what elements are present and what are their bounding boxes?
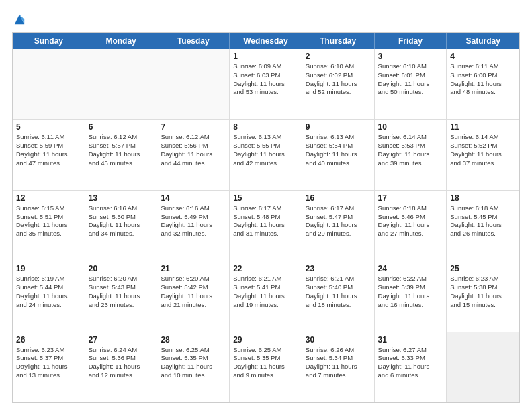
day-number: 3 xyxy=(378,52,443,61)
calendar-row: 19Sunrise: 6:19 AMSunset: 5:44 PMDayligh… xyxy=(13,261,519,332)
cell-info-line: Sunset: 5:49 PM xyxy=(161,213,226,222)
day-number: 17 xyxy=(378,193,443,203)
cell-info-line: and 10 minutes. xyxy=(161,371,226,380)
day-number: 30 xyxy=(306,335,371,345)
calendar-cell: 31Sunrise: 6:27 AMSunset: 5:33 PMDayligh… xyxy=(375,332,447,402)
calendar-cell: 24Sunrise: 6:22 AMSunset: 5:39 PMDayligh… xyxy=(375,261,447,331)
day-number: 28 xyxy=(161,335,226,345)
day-number: 18 xyxy=(450,193,516,203)
cell-info-line: Sunset: 5:40 PM xyxy=(306,283,371,292)
cell-info-line: Sunrise: 6:23 AM xyxy=(16,346,81,355)
day-number: 12 xyxy=(16,193,81,203)
cell-info-line: and 32 minutes. xyxy=(161,230,226,238)
calendar-cell: 26Sunrise: 6:23 AMSunset: 5:37 PMDayligh… xyxy=(13,332,85,402)
calendar-cell: 20Sunrise: 6:20 AMSunset: 5:43 PMDayligh… xyxy=(85,261,158,331)
cell-info-line: Sunset: 5:51 PM xyxy=(16,213,81,222)
cell-info-line: Sunrise: 6:25 AM xyxy=(161,346,226,355)
cell-info-line: Daylight: 11 hours xyxy=(161,150,226,159)
cell-info-line: Sunset: 6:02 PM xyxy=(306,71,371,80)
calendar-cell: 19Sunrise: 6:19 AMSunset: 5:44 PMDayligh… xyxy=(13,261,85,331)
calendar-cell: 11Sunrise: 6:14 AMSunset: 5:52 PMDayligh… xyxy=(447,120,519,189)
cell-info-line: Sunset: 5:45 PM xyxy=(450,213,516,222)
cell-info-line: Sunset: 5:41 PM xyxy=(233,283,298,292)
cell-info-line: Daylight: 11 hours xyxy=(378,150,443,159)
cell-info-line: and 50 minutes. xyxy=(378,88,443,97)
cell-info-line: and 53 minutes. xyxy=(233,88,298,97)
cell-info-line: Sunset: 5:50 PM xyxy=(89,213,154,222)
cell-info-line: and 35 minutes. xyxy=(16,230,81,238)
cell-info-line: and 47 minutes. xyxy=(16,159,81,168)
cell-info-line: Sunset: 5:54 PM xyxy=(306,142,371,150)
cell-info-line: Daylight: 11 hours xyxy=(233,150,298,159)
cell-info-line: Sunset: 6:01 PM xyxy=(378,71,443,80)
day-number: 10 xyxy=(378,122,443,132)
calendar-cell: 30Sunrise: 6:26 AMSunset: 5:34 PMDayligh… xyxy=(302,332,375,402)
cell-info-line: Sunrise: 6:10 AM xyxy=(306,62,371,71)
cell-info-line: Sunrise: 6:09 AM xyxy=(233,62,298,71)
cell-info-line: Daylight: 11 hours xyxy=(378,363,443,371)
calendar-cell: 22Sunrise: 6:21 AMSunset: 5:41 PMDayligh… xyxy=(230,261,302,331)
cell-info-line: Sunrise: 6:21 AM xyxy=(233,275,298,283)
cell-info-line: and 23 minutes. xyxy=(89,301,154,310)
cell-info-line: and 52 minutes. xyxy=(306,88,371,97)
calendar-cell: 1Sunrise: 6:09 AMSunset: 6:03 PMDaylight… xyxy=(230,49,302,119)
cell-info-line: Sunset: 5:56 PM xyxy=(161,142,226,150)
cell-info-line: Daylight: 11 hours xyxy=(16,292,81,301)
cell-info-line: Daylight: 11 hours xyxy=(89,363,154,371)
cell-info-line: Daylight: 11 hours xyxy=(378,292,443,301)
calendar-cell: 15Sunrise: 6:17 AMSunset: 5:48 PMDayligh… xyxy=(230,191,302,261)
cell-info-line: and 44 minutes. xyxy=(161,159,226,168)
cell-info-line: Daylight: 11 hours xyxy=(89,221,154,230)
calendar-body: 1Sunrise: 6:09 AMSunset: 6:03 PMDaylight… xyxy=(13,49,519,402)
day-number: 14 xyxy=(161,193,226,203)
cell-info-line: Sunrise: 6:16 AM xyxy=(161,204,226,213)
cell-info-line: Sunset: 5:39 PM xyxy=(378,283,443,292)
cell-info-line: Daylight: 11 hours xyxy=(16,363,81,371)
cell-info-line: Sunrise: 6:25 AM xyxy=(233,346,298,355)
day-number: 8 xyxy=(233,122,298,132)
day-number: 9 xyxy=(306,122,371,132)
calendar-cell: 10Sunrise: 6:14 AMSunset: 5:53 PMDayligh… xyxy=(375,120,447,189)
day-number: 6 xyxy=(89,122,154,132)
cell-info-line: Sunrise: 6:10 AM xyxy=(378,62,443,71)
weekday-header: Thursday xyxy=(302,33,375,49)
calendar-cell: 14Sunrise: 6:16 AMSunset: 5:49 PMDayligh… xyxy=(157,191,230,261)
cell-info-line: and 34 minutes. xyxy=(89,230,154,238)
day-number: 29 xyxy=(233,335,298,345)
cell-info-line: Daylight: 11 hours xyxy=(16,221,81,230)
calendar-cell: 21Sunrise: 6:20 AMSunset: 5:42 PMDayligh… xyxy=(157,261,230,331)
cell-info-line: Sunrise: 6:14 AM xyxy=(378,133,443,142)
cell-info-line: Sunset: 6:03 PM xyxy=(233,71,298,80)
cell-info-line: Daylight: 11 hours xyxy=(233,292,298,301)
calendar-row: 1Sunrise: 6:09 AMSunset: 6:03 PMDaylight… xyxy=(13,49,519,120)
calendar-cell: 27Sunrise: 6:24 AMSunset: 5:36 PMDayligh… xyxy=(85,332,158,402)
day-number: 22 xyxy=(233,264,298,273)
cell-info-line: Daylight: 11 hours xyxy=(161,292,226,301)
logo xyxy=(12,15,26,26)
calendar-cell: 29Sunrise: 6:25 AMSunset: 5:35 PMDayligh… xyxy=(230,332,302,402)
calendar-cell: 12Sunrise: 6:15 AMSunset: 5:51 PMDayligh… xyxy=(13,191,85,261)
day-number: 19 xyxy=(16,264,81,273)
calendar-cell xyxy=(447,332,519,402)
calendar-cell: 5Sunrise: 6:11 AMSunset: 5:59 PMDaylight… xyxy=(13,120,85,189)
cell-info-line: Daylight: 11 hours xyxy=(450,80,516,89)
cell-info-line: Daylight: 11 hours xyxy=(378,221,443,230)
cell-info-line: Sunset: 5:48 PM xyxy=(233,213,298,222)
cell-info-line: Daylight: 11 hours xyxy=(233,80,298,89)
cell-info-line: and 48 minutes. xyxy=(450,88,516,97)
weekday-header: Sunday xyxy=(13,33,85,49)
cell-info-line: Sunset: 5:55 PM xyxy=(233,142,298,150)
cell-info-line: Daylight: 11 hours xyxy=(306,80,371,89)
cell-info-line: Daylight: 11 hours xyxy=(233,221,298,230)
calendar-cell: 4Sunrise: 6:11 AMSunset: 6:00 PMDaylight… xyxy=(447,49,519,119)
calendar-cell: 9Sunrise: 6:13 AMSunset: 5:54 PMDaylight… xyxy=(302,120,375,189)
day-number: 21 xyxy=(161,264,226,273)
weekday-header: Friday xyxy=(375,33,447,49)
cell-info-line: Sunrise: 6:17 AM xyxy=(306,204,371,213)
cell-info-line: and 42 minutes. xyxy=(233,159,298,168)
cell-info-line: Sunrise: 6:27 AM xyxy=(378,346,443,355)
cell-info-line: and 40 minutes. xyxy=(306,159,371,168)
cell-info-line: and 9 minutes. xyxy=(233,371,298,380)
cell-info-line: Sunset: 5:53 PM xyxy=(378,142,443,150)
cell-info-line: Sunrise: 6:16 AM xyxy=(89,204,154,213)
